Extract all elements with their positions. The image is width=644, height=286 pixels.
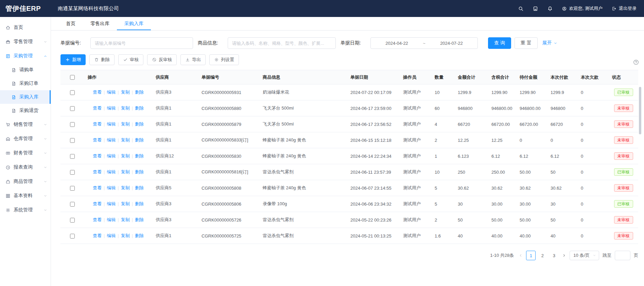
help-icon[interactable]: [633, 59, 639, 65]
row-checkbox[interactable]: [70, 138, 75, 143]
select-all-checkbox[interactable]: [70, 75, 75, 80]
table-row[interactable]: 查看|编辑|复制|删除 供应商1 CGRK00000005833[订] 蜂蜜柚子…: [60, 132, 638, 148]
date-range-picker[interactable]: 2024-04-22 ~ 2024-07-22: [370, 37, 478, 49]
date-to-value[interactable]: 2024-07-22: [425, 41, 477, 46]
sidebar-item-purchase[interactable]: 采购管理: [0, 49, 51, 63]
view-link[interactable]: 查看: [93, 185, 102, 190]
view-link[interactable]: 查看: [93, 90, 102, 95]
delete-link[interactable]: 删除: [135, 217, 144, 222]
edit-link[interactable]: 编辑: [107, 201, 116, 206]
sidebar-item-products[interactable]: 商品管理: [0, 174, 51, 189]
row-checkbox[interactable]: [70, 218, 75, 223]
copy-link[interactable]: 复制: [121, 137, 130, 142]
delete-link[interactable]: 删除: [135, 185, 144, 190]
next-page-button[interactable]: [562, 253, 566, 258]
view-link[interactable]: 查看: [93, 217, 102, 222]
row-checkbox[interactable]: [70, 154, 75, 159]
sidebar-item-purchase-inbound[interactable]: 采购入库: [0, 90, 51, 104]
delete-link[interactable]: 删除: [135, 90, 144, 95]
add-button[interactable]: 新增: [60, 54, 86, 65]
copy-link[interactable]: 复制: [121, 201, 130, 206]
delete-link[interactable]: 删除: [135, 201, 144, 206]
delete-link[interactable]: 删除: [135, 137, 144, 142]
delete-link[interactable]: 删除: [135, 169, 144, 174]
page-size-select[interactable]: 10 条/页: [570, 251, 599, 260]
sidebar-item-purchase-order[interactable]: 采购订单: [0, 77, 51, 90]
store-icon[interactable]: [533, 6, 538, 12]
edit-link[interactable]: 编辑: [107, 90, 116, 95]
sidebar-item-warehouse[interactable]: 仓库管理: [0, 132, 51, 146]
welcome-user[interactable]: 欢迎您, 测试用户: [562, 5, 603, 12]
edit-link[interactable]: 编辑: [107, 106, 116, 111]
copy-link[interactable]: 复制: [121, 106, 130, 111]
row-checkbox[interactable]: [70, 106, 75, 111]
row-checkbox[interactable]: [70, 234, 75, 239]
app-logo[interactable]: 管伊佳ERP: [0, 4, 51, 13]
delete-link[interactable]: 删除: [135, 153, 144, 158]
tab-purchase-inbound[interactable]: 采购入库: [117, 17, 151, 30]
page-button-3[interactable]: 3: [549, 251, 559, 260]
table-row[interactable]: 查看|编辑|复制|删除 供应商1 CGRK00000005725 雷达杀虫气雾剂…: [60, 228, 638, 244]
expand-toggle[interactable]: 展开: [542, 40, 557, 46]
page-button-1[interactable]: 1: [526, 251, 536, 260]
edit-link[interactable]: 编辑: [107, 137, 116, 142]
sidebar-item-purchase-return[interactable]: 采购退货: [0, 104, 51, 117]
view-link[interactable]: 查看: [93, 233, 102, 238]
view-link[interactable]: 查看: [93, 153, 102, 158]
delete-button[interactable]: 删除: [89, 54, 115, 65]
logout-button[interactable]: 退出登录: [611, 5, 637, 12]
export-button[interactable]: 导出: [180, 54, 206, 65]
copy-link[interactable]: 复制: [121, 153, 130, 158]
view-link[interactable]: 查看: [93, 201, 102, 206]
copy-link[interactable]: 复制: [121, 90, 130, 95]
table-row[interactable]: 查看|编辑|复制|删除 供应商3 CGRK00000005726 雷达杀虫气雾剂…: [60, 212, 638, 228]
row-checkbox[interactable]: [70, 186, 75, 191]
delete-link[interactable]: 删除: [135, 106, 144, 111]
table-row[interactable]: 查看|编辑|复制|删除 供应商5 CGRK00000005808 蜂蜜柚子茶 2…: [60, 180, 638, 196]
table-row[interactable]: 查看|编辑|复制|删除 供应商1 CGRK00000005816[订] 雷达杀虫…: [60, 164, 638, 180]
jump-page-input[interactable]: [615, 251, 630, 260]
sidebar-item-retail[interactable]: 零售管理: [0, 35, 51, 49]
row-checkbox[interactable]: [70, 90, 75, 95]
copy-link[interactable]: 复制: [121, 121, 130, 127]
table-row[interactable]: 查看|编辑|复制|删除 供应商1 CGRK00000005880 飞天茅台 50…: [60, 100, 638, 116]
reset-button[interactable]: 重 置: [515, 37, 538, 49]
product-info-input[interactable]: [228, 37, 336, 49]
copy-link[interactable]: 复制: [121, 185, 130, 190]
column-settings-button[interactable]: 列设置: [209, 54, 239, 65]
search-button[interactable]: 查 询: [488, 37, 511, 49]
tab-home[interactable]: 首页: [58, 17, 83, 30]
copy-link[interactable]: 复制: [121, 217, 130, 222]
bell-icon[interactable]: [547, 6, 553, 12]
sidebar-item-sales[interactable]: 销售管理: [0, 117, 51, 132]
table-row[interactable]: 查看|编辑|复制|删除 供应商3 CGRK00000005806 录像带 100…: [60, 196, 638, 212]
edit-link[interactable]: 编辑: [107, 185, 116, 190]
date-from-value[interactable]: 2024-04-22: [371, 41, 423, 46]
sidebar-item-purchase-request[interactable]: 请购单: [0, 63, 51, 77]
audit-button[interactable]: 审核: [118, 54, 143, 65]
sidebar-item-system[interactable]: 系统管理: [0, 203, 51, 217]
row-checkbox[interactable]: [70, 170, 75, 175]
edit-link[interactable]: 编辑: [107, 169, 116, 174]
sidebar-item-reports[interactable]: 报表查询: [0, 160, 51, 174]
sidebar-item-home[interactable]: 首页: [0, 20, 51, 35]
view-link[interactable]: 查看: [93, 121, 102, 127]
copy-link[interactable]: 复制: [121, 233, 130, 238]
tab-retail-outbound[interactable]: 零售出库: [83, 17, 117, 30]
order-no-input[interactable]: [90, 37, 193, 49]
view-link[interactable]: 查看: [93, 137, 102, 142]
edit-link[interactable]: 编辑: [107, 121, 116, 127]
search-icon[interactable]: [518, 6, 524, 12]
sidebar-item-finance[interactable]: 财务管理: [0, 146, 51, 160]
prev-page-button[interactable]: [519, 253, 523, 258]
table-scrollbar[interactable]: [639, 87, 641, 134]
row-checkbox[interactable]: [70, 202, 75, 207]
table-row[interactable]: 查看|编辑|复制|删除 供应商1 CGRK00000005879 飞天茅台 50…: [60, 116, 638, 132]
table-row[interactable]: 查看|编辑|复制|删除 供应商12 CGRK00000005830 蜂蜜柚子茶 …: [60, 148, 638, 164]
row-checkbox[interactable]: [70, 122, 75, 127]
view-link[interactable]: 查看: [93, 106, 102, 111]
copy-link[interactable]: 复制: [121, 169, 130, 174]
unaudit-button[interactable]: 反审核: [147, 54, 177, 65]
delete-link[interactable]: 删除: [135, 121, 144, 127]
edit-link[interactable]: 编辑: [107, 217, 116, 222]
